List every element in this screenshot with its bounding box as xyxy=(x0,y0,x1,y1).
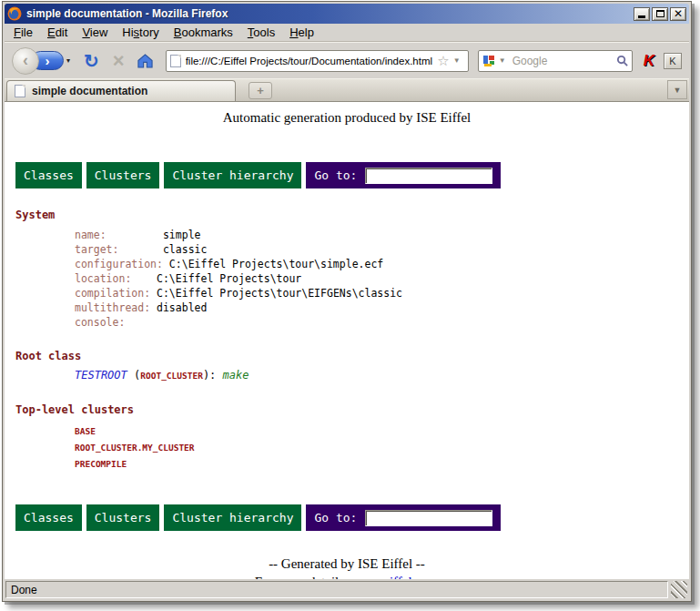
google-icon[interactable] xyxy=(482,55,495,67)
stop-button[interactable]: × xyxy=(113,52,125,70)
url-dropdown-icon[interactable]: ▼ xyxy=(450,56,464,65)
menu-view[interactable]: View xyxy=(75,24,115,41)
system-row: configuration: C:\Eiffel Projects\tour\s… xyxy=(75,257,689,271)
maximize-icon xyxy=(656,10,664,17)
url-input[interactable] xyxy=(181,56,438,66)
system-heading: System xyxy=(15,209,689,221)
goto-input[interactable] xyxy=(365,510,492,526)
k-toolbar-button[interactable]: K xyxy=(664,53,682,69)
root-class-heading: Root class xyxy=(15,350,689,362)
nav-button-clusters[interactable]: Clusters xyxy=(86,162,160,188)
nav-button-clusters[interactable]: Clusters xyxy=(86,504,160,531)
cluster-row: PRECOMPILE xyxy=(75,455,689,472)
firefox-window: simple documentation - Mozilla Firefox ✕… xyxy=(2,1,692,602)
title-bar[interactable]: simple documentation - Mozilla Firefox ✕ xyxy=(5,4,689,24)
tab-favicon xyxy=(15,85,25,97)
system-row: target: classic xyxy=(75,242,689,257)
system-row-value: disabled xyxy=(157,301,207,314)
close-icon: ✕ xyxy=(674,9,683,18)
forward-arrow-icon: › xyxy=(46,53,50,68)
nav-row-top: ClassesClustersCluster hierarchyGo to: xyxy=(15,162,689,188)
system-row-label: compilation: xyxy=(75,287,157,300)
tab-simple-documentation[interactable]: simple documentation xyxy=(6,80,236,101)
system-row-label: configuration: xyxy=(75,258,169,270)
system-row-value: classic xyxy=(163,243,207,256)
search-magnifier-icon[interactable] xyxy=(616,55,628,66)
status-panel: Done xyxy=(5,581,668,598)
clusters-heading: Top-level clusters xyxy=(15,403,689,416)
system-row-label: target: xyxy=(75,243,163,256)
refresh-button[interactable]: ↻ xyxy=(84,52,99,70)
menu-edit[interactable]: Edit xyxy=(40,24,75,41)
system-row-value: simple xyxy=(163,229,201,241)
firefox-icon xyxy=(7,6,22,21)
system-row-label: console: xyxy=(75,316,125,329)
root-class-row: TESTROOT (ROOT_CLUSTER): make xyxy=(75,368,689,383)
tab-list-dropdown-button[interactable]: ▼ xyxy=(667,80,687,99)
menu-bar: FileEditViewHistoryBookmarksToolsHelp xyxy=(5,24,689,42)
status-text: Done xyxy=(11,584,37,596)
cluster-link[interactable]: BASE xyxy=(75,426,96,436)
goto-box: Go to: xyxy=(306,504,501,531)
nav-button-cluster-hierarchy[interactable]: Cluster hierarchy xyxy=(164,504,301,531)
cluster-link[interactable]: PRECOMPILE xyxy=(75,459,127,469)
tab-label: simple documentation xyxy=(32,85,147,97)
system-row-value: C:\Eiffel Projects\tour\EIFGENs\classic xyxy=(157,287,402,300)
screenshot-stage: simple documentation - Mozilla Firefox ✕… xyxy=(0,0,700,611)
paren-open: ( xyxy=(127,369,140,382)
chevron-down-icon: ▼ xyxy=(674,86,682,95)
bookmark-star-icon[interactable]: ☆ xyxy=(437,54,449,67)
system-row: name: simple xyxy=(75,228,689,242)
resize-grip-icon[interactable] xyxy=(671,581,687,598)
system-row-value: C:\Eiffel Projects\tour\simple.ecf xyxy=(169,258,383,270)
window-title: simple documentation - Mozilla Firefox xyxy=(26,7,632,20)
goto-label: Go to: xyxy=(314,168,357,182)
page-title: Automatic generation produced by ISE Eif… xyxy=(5,102,689,126)
nav-button-cluster-hierarchy[interactable]: Cluster hierarchy xyxy=(164,162,301,188)
search-box: ▼ xyxy=(478,50,633,72)
cluster-row: ROOT_CLUSTER.MY_CLUSTER xyxy=(75,439,689,455)
menu-history[interactable]: History xyxy=(115,24,166,41)
search-engine-dropdown-icon[interactable]: ▼ xyxy=(495,56,510,65)
root-class-link[interactable]: TESTROOT xyxy=(75,369,127,382)
nav-row-bottom: ClassesClustersCluster hierarchyGo to: xyxy=(15,504,689,531)
more-details-line: For more details: www.eiffel.com xyxy=(5,573,689,579)
nav-button-classes[interactable]: Classes xyxy=(15,504,82,531)
menu-tools[interactable]: Tools xyxy=(240,24,282,41)
page-content: Automatic generation produced by ISE Eif… xyxy=(5,102,689,579)
system-row-label: location: xyxy=(75,272,157,285)
close-button[interactable]: ✕ xyxy=(670,7,686,21)
goto-box: Go to: xyxy=(306,162,501,188)
address-bar: ☆ ▼ xyxy=(166,50,469,72)
home-button[interactable] xyxy=(137,53,154,68)
menu-help[interactable]: Help xyxy=(282,24,321,41)
navigation-toolbar: ‹ › ▾ ↻ × ☆ ▼ xyxy=(5,42,689,78)
minimize-button[interactable] xyxy=(634,7,650,21)
paren-close: ): xyxy=(203,369,223,382)
search-input[interactable] xyxy=(510,55,616,67)
system-rows: name: simpletarget: classicconfiguration… xyxy=(75,228,689,330)
menu-bookmarks[interactable]: Bookmarks xyxy=(167,24,240,41)
goto-input[interactable] xyxy=(365,168,492,184)
maximize-button[interactable] xyxy=(652,7,668,21)
new-tab-button[interactable]: + xyxy=(249,82,272,99)
back-button[interactable]: ‹ xyxy=(12,47,39,75)
nav-button-classes[interactable]: Classes xyxy=(15,162,82,188)
system-row: multithread: disabled xyxy=(75,300,689,315)
generated-by-line: -- Generated by ISE Eiffel -- xyxy=(5,555,689,573)
cluster-row: BASE xyxy=(75,423,689,439)
menu-file[interactable]: File xyxy=(6,24,40,41)
creation-feature-link[interactable]: make xyxy=(223,369,249,382)
cluster-link[interactable]: ROOT_CLUSTER.MY_CLUSTER xyxy=(75,443,195,453)
system-row-label: name: xyxy=(75,229,163,241)
minimize-icon xyxy=(638,15,645,18)
history-dropdown-icon[interactable]: ▾ xyxy=(66,56,70,65)
goto-label: Go to: xyxy=(314,511,357,524)
page-icon[interactable] xyxy=(170,55,181,67)
cluster-list: BASEROOT_CLUSTER.MY_CLUSTERPRECOMPILE xyxy=(75,423,689,472)
system-row-value: C:\Eiffel Projects\tour xyxy=(157,272,301,285)
kaspersky-icon[interactable]: K xyxy=(644,53,654,68)
back-arrow-icon: ‹ xyxy=(23,51,28,70)
system-row: location: C:\Eiffel Projects\tour xyxy=(75,271,689,286)
root-cluster-link[interactable]: ROOT_CLUSTER xyxy=(140,371,203,381)
